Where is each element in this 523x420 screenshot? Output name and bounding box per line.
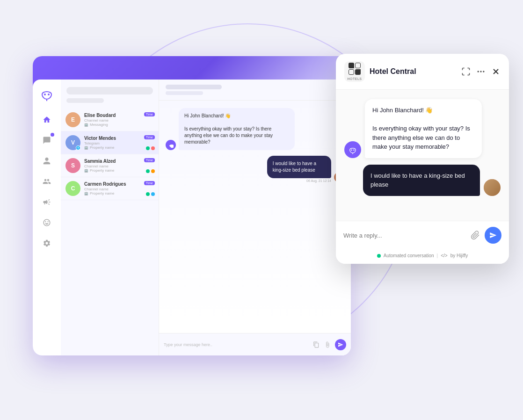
widget-logo-grid [349,63,361,75]
svg-point-0 [44,94,46,95]
conv-item-victor[interactable]: V T Victor Mendes Telegram 🏢 Property na… [61,131,159,154]
widget-more-button[interactable] [476,67,486,76]
conv-property-elise: 🏢 Messaging [84,123,154,127]
svg-point-9 [351,149,352,151]
conv-channel-sammia: Channel name [84,164,154,168]
chat-messages-area: Hi John Blanchard! 👋Is everything okay w… [159,101,351,333]
widget-header: HOTELS Hotel Central [336,54,509,90]
app-window: E Elise Boudard Channel name 🏢 Messaging… [33,56,351,355]
sidebar-item-emoji[interactable] [38,214,55,231]
conversations-panel: E Elise Boudard Channel name 🏢 Messaging… [61,80,159,355]
sidebar-item-conversations[interactable] [38,132,55,149]
svg-point-3 [171,145,172,146]
widget-bubble-user: I would like to have a king-size bed ple… [363,165,480,196]
chat-header [159,80,351,101]
msg-row-user: I would like to have a king-size bed ple… [232,156,344,182]
widget-expand-button[interactable] [461,67,471,76]
widget-title: Hotel Central [370,67,457,76]
svg-point-6 [483,71,484,72]
conv-info-sammia: Sammia Alzed Channel name 🏢 Property nam… [84,159,154,173]
logo-cell-tr [355,63,361,68]
conv-filter-bar [66,98,104,103]
widget-agent-avatar [344,141,361,158]
chat-sub-placeholder [166,91,203,95]
widget-messages-area: Hi John Blanchard! 👋Is everything okay w… [336,90,509,221]
conv-name-carmen: Carmen Rodrigues [84,181,154,187]
chat-send-button-small[interactable] [335,339,346,350]
widget-footer: Automated conversation | </> by Hijiffy [336,249,509,264]
chat-copy-icon[interactable] [312,341,320,348]
msg-row-agent: Hi John Blanchard! 👋Is everything okay w… [166,108,344,150]
conv-name-elise: Elise Boudard [84,113,154,118]
sidebar-item-campaigns[interactable] [38,194,55,210]
agent-avatar-small [166,140,176,150]
sidebar [33,80,61,355]
svg-point-1 [48,94,50,95]
conv-avatar-victor: V T [65,135,80,150]
svg-point-5 [480,71,481,72]
conv-avatar-elise: E [65,112,80,127]
conv-icons-sammia [146,169,155,173]
logo-cell-bl [349,69,354,75]
widget-msg-row-agent: Hi John Blanchard! 👋Is everything okay w… [344,99,482,158]
conv-time-victor: Time [144,135,155,139]
conversations-badge [51,133,54,137]
conv-name-sammia: Sammia Alzed [84,159,154,164]
widget-user-avatar [484,179,501,196]
sidebar-item-settings[interactable] [38,235,55,252]
widget-attach-button[interactable] [471,231,480,240]
logo-cell-tl [349,63,354,68]
widget-footer-divider: | [437,253,438,258]
widget-close-button[interactable] [491,67,501,76]
chat-input-bar: Type your message here.. [159,333,351,355]
conv-avatar-carmen: C [65,181,80,196]
conv-avatar-sammia: S [65,158,80,173]
widget-logo-label: HOTELS [347,77,362,80]
sidebar-item-home[interactable] [38,111,55,128]
chat-title-placeholder [166,85,222,89]
chat-header-title-block [166,85,344,95]
sidebar-item-contacts[interactable] [38,152,55,169]
widget-footer-status: Automated conversation [384,253,434,258]
svg-point-2 [170,145,171,146]
conv-icons-carmen [146,192,155,196]
conv-property-sammia: 🏢 Property name [84,168,154,173]
conv-channel-elise: Channel name [84,118,154,123]
widget-bubble-agent: Hi John Blanchard! 👋Is everything okay w… [365,99,482,158]
widget-msg-row-user: I would like to have a king-size bed ple… [363,165,501,196]
widget-footer-powered: by Hijiffy [450,253,468,258]
sidebar-item-team[interactable] [38,173,55,190]
conv-time-sammia: Time [144,158,155,162]
widget-header-actions [461,67,501,76]
chat-widget: HOTELS Hotel Central [336,54,509,264]
conv-item-carmen[interactable]: C Carmen Rodrigues Channel name 🏢 Proper… [61,177,159,200]
svg-point-4 [478,71,479,72]
app-logo [39,87,54,102]
widget-send-button[interactable] [485,227,501,244]
chat-input-placeholder-text: Type your message here.. [164,342,309,347]
conv-name-victor: Victor Mendes [84,136,154,141]
widget-reply-input[interactable] [343,232,466,239]
widget-logo: HOTELS [344,61,365,82]
conv-icons-victor [146,146,155,150]
chat-attach-icon[interactable] [324,341,331,348]
chat-panel: Hi John Blanchard! 👋Is everything okay w… [159,80,351,355]
msg-timestamp: 06 Aug. 21 12:14 [306,179,331,182]
conv-item-elise[interactable]: E Elise Boudard Channel name 🏢 Messaging… [61,109,159,131]
logo-cell-br [355,69,361,75]
svg-point-10 [353,149,355,151]
conv-property-carmen: 🏢 Property name [84,191,154,196]
conv-info-victor: Victor Mendes Telegram 🏢 Property name [84,136,154,150]
conv-time-elise: Time [144,112,155,116]
msg-bubble-agent: Hi John Blanchard! 👋Is everything okay w… [179,108,295,150]
conv-channel-victor: Telegram [84,141,154,145]
conv-time-carmen: Time [144,181,155,185]
conv-info-elise: Elise Boudard Channel name 🏢 Messaging [84,113,154,127]
widget-input-area [336,221,509,249]
conv-item-sammia[interactable]: S Sammia Alzed Channel name 🏢 Property n… [61,154,159,177]
conv-search-bar [66,87,153,94]
conv-channel-carmen: Channel name [84,187,154,191]
widget-status-dot [377,254,381,258]
widget-footer-code: </> [441,253,447,258]
conv-property-victor: 🏢 Property name [84,145,154,150]
